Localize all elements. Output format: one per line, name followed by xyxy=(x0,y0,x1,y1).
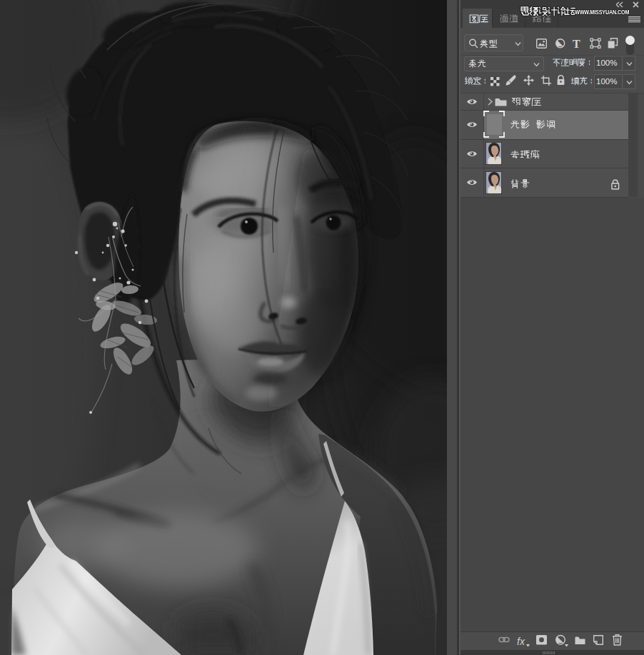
svg-text:fx: fx xyxy=(517,636,525,647)
